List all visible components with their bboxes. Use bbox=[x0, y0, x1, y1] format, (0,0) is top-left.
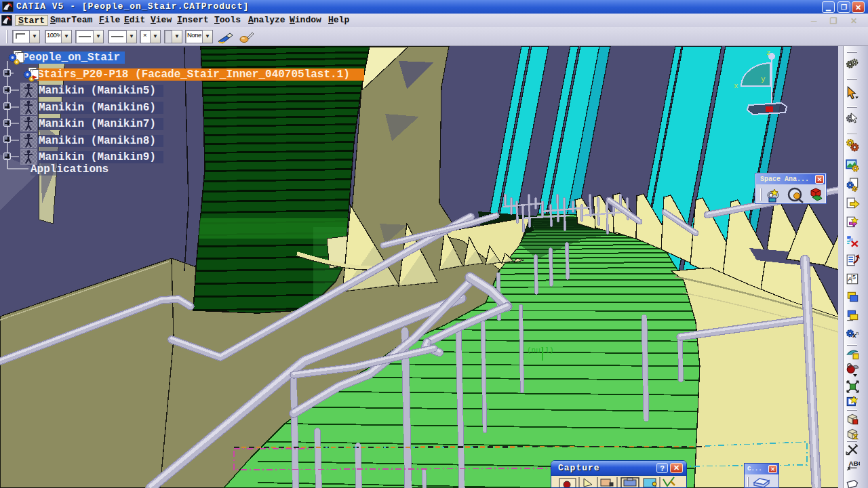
svg-text:ABC: ABC bbox=[848, 460, 860, 467]
svg-text:z: z bbox=[766, 49, 771, 57]
svg-text:n: n bbox=[856, 331, 859, 336]
svg-text:x: x bbox=[734, 82, 738, 90]
svg-text:(null): (null) bbox=[527, 346, 554, 354]
svg-text:5: 5 bbox=[852, 274, 856, 281]
svg-text:y: y bbox=[761, 75, 766, 83]
